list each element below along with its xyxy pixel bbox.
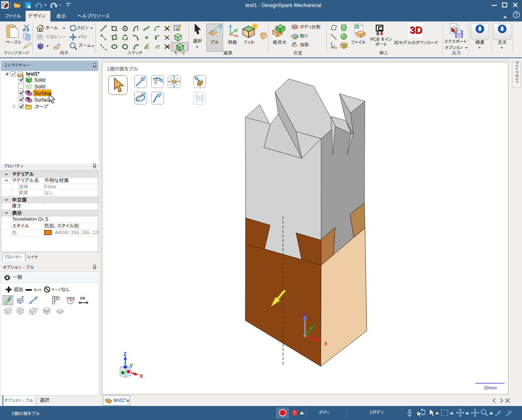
svg-text:Z: Z — [123, 351, 126, 357]
svg-text:20mm: 20mm — [484, 385, 497, 390]
svg-text:Y: Y — [314, 322, 318, 327]
svg-text:X: X — [324, 341, 327, 346]
svg-text:Y: Y — [130, 363, 133, 369]
svg-text:Z: Z — [303, 312, 306, 317]
svg-text:X: X — [140, 373, 143, 379]
svg-text:XX: XX — [80, 296, 85, 300]
